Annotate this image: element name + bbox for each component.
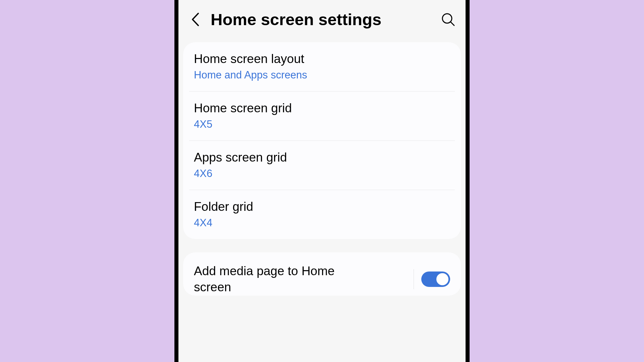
setting-value: Home and Apps screens — [194, 69, 450, 81]
setting-folder-grid[interactable]: Folder grid 4X4 — [183, 190, 461, 239]
chevron-left-icon — [191, 12, 200, 26]
settings-card-grid: Home screen layout Home and Apps screens… — [183, 42, 461, 239]
setting-title: Folder grid — [194, 199, 450, 215]
setting-home-screen-layout[interactable]: Home screen layout Home and Apps screens — [183, 42, 461, 91]
page-title: Home screen settings — [211, 10, 432, 29]
setting-value: 4X4 — [194, 217, 450, 229]
settings-card-toggle: Add media page to Home screen — [183, 252, 461, 295]
setting-value: 4X6 — [194, 168, 450, 180]
setting-add-media-page[interactable]: Add media page to Home screen — [183, 252, 461, 295]
setting-title: Home screen layout — [194, 51, 450, 67]
toggle-text: Add media page to Home screen — [194, 263, 410, 295]
toggle-knob — [436, 273, 448, 285]
search-icon — [441, 12, 455, 26]
setting-title: Apps screen grid — [194, 149, 450, 166]
phone-frame: Home screen settings Home screen layout … — [174, 0, 470, 362]
header: Home screen settings — [178, 0, 466, 42]
setting-value: 4X5 — [194, 118, 450, 130]
setting-apps-screen-grid[interactable]: Apps screen grid 4X6 — [183, 141, 461, 190]
divider — [414, 269, 414, 289]
toggle-title: Add media page to Home screen — [194, 263, 368, 295]
toggle-switch[interactable] — [421, 272, 450, 287]
search-button[interactable] — [441, 12, 455, 27]
setting-home-screen-grid[interactable]: Home screen grid 4X5 — [183, 92, 461, 140]
back-button[interactable] — [189, 13, 202, 26]
phone-screen: Home screen settings Home screen layout … — [178, 0, 466, 362]
setting-title: Home screen grid — [194, 100, 450, 116]
svg-line-1 — [450, 22, 454, 25]
